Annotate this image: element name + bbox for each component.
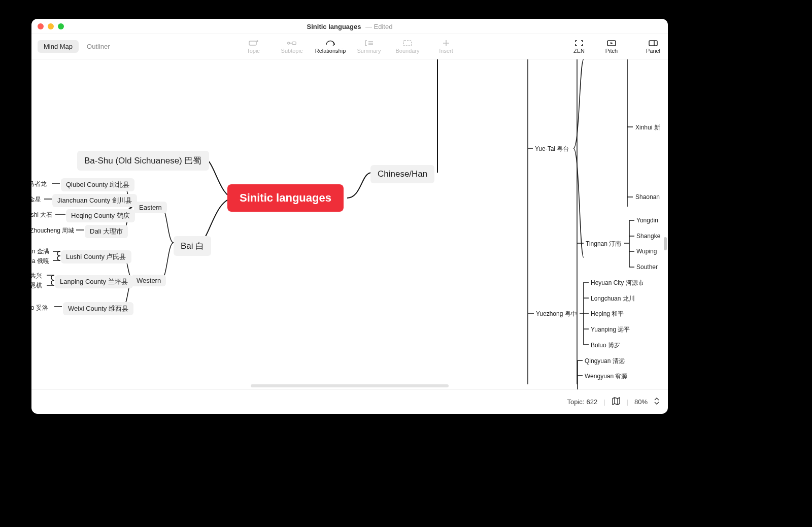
view-outliner-button[interactable]: Outliner: [81, 40, 116, 53]
node-qiubei[interactable]: Qiubei County 邱北县: [61, 178, 134, 191]
leaf-shangke[interactable]: Shangke: [636, 233, 660, 240]
leaf-xinhui[interactable]: Xinhui 新: [635, 123, 660, 132]
subtopic-button[interactable]: Subtopic: [278, 40, 306, 54]
relationship-button[interactable]: Relationship: [317, 40, 344, 54]
leaf-ega[interactable]: ga 俄嘎: [31, 257, 49, 266]
leaf-yuanping[interactable]: Yuanping 远平: [591, 325, 630, 334]
svg-rect-14: [649, 41, 657, 46]
leaf-gongxing[interactable]: 共兴: [31, 272, 42, 280]
topic-icon: [248, 40, 258, 47]
title-wrap: Sinitic languages — Edited: [307, 22, 393, 31]
leaf-tuoluo[interactable]: uo 妥洛: [31, 304, 48, 312]
summary-button[interactable]: Summary: [355, 40, 383, 54]
leaf-jinman[interactable]: an 金满: [31, 247, 49, 256]
insert-button[interactable]: Insert: [432, 40, 460, 54]
leaf-wuping[interactable]: Wuping: [636, 248, 657, 255]
document-title: Sinitic languages: [307, 23, 361, 30]
svg-marker-13: [611, 42, 613, 44]
node-yuezhong[interactable]: Yuezhong 粤中: [536, 310, 577, 318]
node-bai[interactable]: Bai 白: [174, 236, 211, 256]
topic-button[interactable]: Topic: [240, 40, 267, 54]
pitch-label: Pitch: [605, 48, 618, 54]
node-heqing[interactable]: Heqing County 鹤庆: [66, 209, 135, 222]
node-weixi[interactable]: Weixi County 维西县: [63, 302, 133, 315]
connectors: [31, 59, 668, 389]
map-icon[interactable]: [612, 397, 621, 407]
leaf-zhoucheng[interactable]: Zhoucheng 周城: [31, 226, 74, 235]
relationship-label: Relationship: [315, 48, 346, 54]
boundary-label: Boundary: [395, 48, 419, 54]
view-switch: Mind Map Outliner: [38, 40, 116, 53]
node-eastern[interactable]: Eastern: [134, 202, 167, 213]
node-chinese-han[interactable]: Chinese/Han: [370, 165, 434, 183]
node-tingnan[interactable]: Tingnan 汀南: [586, 240, 621, 248]
pitch-icon: [606, 40, 617, 47]
titlebar: Sinitic languages — Edited: [31, 19, 668, 34]
toolbar: Mind Map Outliner Topic Subtopic Relatio…: [31, 34, 668, 59]
zen-button[interactable]: ZEN: [570, 40, 588, 54]
node-lushi[interactable]: Lushi County 卢氏县: [61, 250, 131, 264]
leaf-yongding[interactable]: Yongdin: [636, 217, 658, 224]
svg-rect-9: [403, 41, 412, 46]
summary-label: Summary: [357, 48, 381, 54]
document-edited-indicator: — Edited: [365, 23, 392, 30]
leaf-mazhelong[interactable]: 马者龙: [31, 180, 47, 188]
boundary-button[interactable]: Boundary: [394, 40, 421, 54]
insert-icon: [441, 40, 451, 47]
maximize-icon[interactable]: [58, 23, 64, 29]
leaf-boluo[interactable]: Boluo 博罗: [591, 341, 620, 350]
panel-icon: [648, 40, 658, 47]
svg-point-3: [288, 42, 290, 44]
pitch-button[interactable]: Pitch: [603, 40, 620, 54]
leaf-longchuan[interactable]: Longchuan 龙川: [591, 294, 635, 303]
svg-rect-5: [292, 42, 296, 44]
leaf-wengyuan[interactable]: Wengyuan 翁源: [585, 372, 628, 381]
topic-count-value: 622: [586, 398, 597, 406]
app-window: Sinitic languages — Edited Mind Map Outl…: [31, 19, 668, 414]
separator: |: [603, 398, 605, 406]
zen-label: ZEN: [573, 48, 585, 54]
insert-label: Insert: [439, 48, 453, 54]
root-node[interactable]: Sinitic languages: [227, 184, 344, 212]
leaf-qingyuan[interactable]: Qingyuan 清远: [585, 357, 625, 366]
view-mindmap-button[interactable]: Mind Map: [38, 40, 79, 53]
node-yue-tai[interactable]: Yue-Tai 粤台: [535, 145, 569, 153]
subtopic-icon: [287, 40, 297, 47]
svg-rect-0: [249, 41, 256, 45]
mindmap-canvas[interactable]: Sinitic languages Ba-Shu (Old Sichuanese…: [31, 59, 668, 389]
node-ba-shu[interactable]: Ba-Shu (Old Sichuanese) 巴蜀: [77, 151, 209, 171]
node-lanping[interactable]: Lanping County 兰坪县: [55, 275, 133, 288]
leaf-dashi[interactable]: ashi 大石: [31, 211, 52, 219]
statusbar: Topic: 622 | | 80%: [31, 389, 668, 414]
node-jianchuan[interactable]: Jianchuan County 剑川县: [52, 194, 137, 207]
zen-icon: [574, 40, 584, 47]
window-controls: [38, 23, 64, 29]
summary-icon: [364, 40, 374, 47]
node-western[interactable]: Western: [131, 275, 166, 286]
panel-label: Panel: [646, 48, 660, 54]
subtopic-label: Subtopic: [281, 48, 303, 54]
topic-label: Topic: [247, 48, 260, 54]
node-dali[interactable]: Dali 大理市: [85, 225, 128, 238]
leaf-heping[interactable]: Heping 和平: [591, 310, 624, 318]
boundary-icon: [402, 40, 413, 47]
topic-count-label: Topic:: [567, 398, 585, 406]
separator: |: [627, 398, 628, 406]
relationship-icon: [325, 40, 335, 47]
leaf-enqi[interactable]: 恩棋: [31, 281, 42, 290]
leaf-jinxing[interactable]: 金星: [31, 195, 41, 204]
leaf-shaonan[interactable]: Shaonan: [635, 193, 660, 201]
minimize-icon[interactable]: [48, 23, 54, 29]
panel-button[interactable]: Panel: [645, 40, 662, 54]
zoom-stepper-icon[interactable]: [654, 397, 660, 407]
leaf-heyuan[interactable]: Heyuan City 河源市: [591, 279, 644, 287]
horizontal-scrollbar[interactable]: [251, 384, 449, 387]
zoom-value[interactable]: 80%: [634, 398, 648, 406]
toolbar-center: Topic Subtopic Relationship Summary Boun…: [240, 40, 460, 54]
toolbar-right: ZEN Pitch Panel: [570, 40, 662, 54]
vertical-scrollbar[interactable]: [664, 237, 667, 250]
leaf-southern[interactable]: Souther: [636, 264, 658, 271]
close-icon[interactable]: [38, 23, 44, 29]
